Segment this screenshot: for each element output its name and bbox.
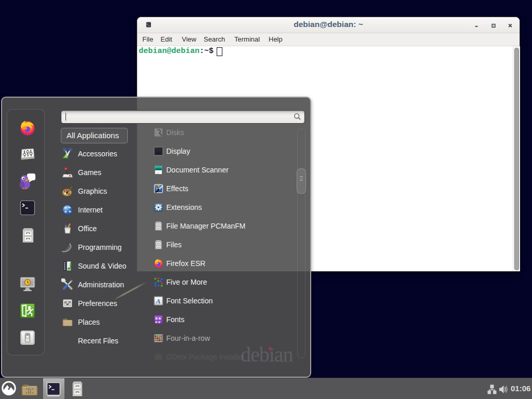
svg-text:a a: a a xyxy=(155,320,161,324)
svg-text:A: A xyxy=(155,297,161,305)
